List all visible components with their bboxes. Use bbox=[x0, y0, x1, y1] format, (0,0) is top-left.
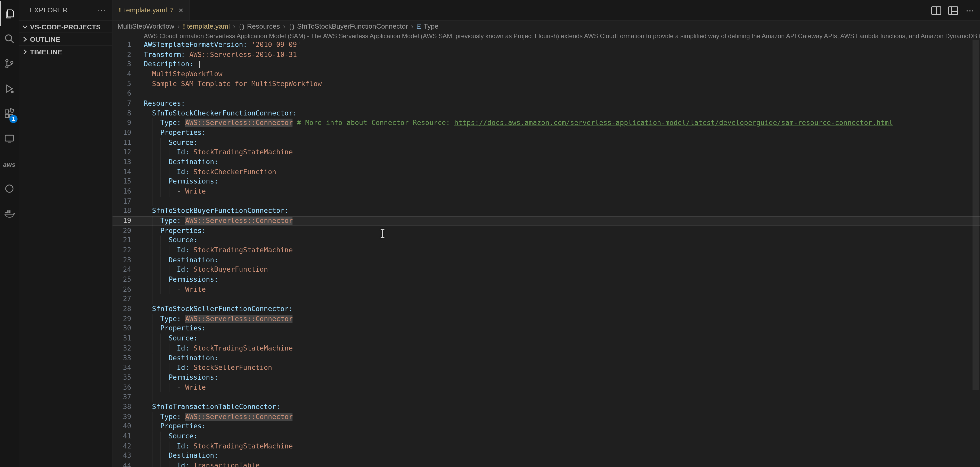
line-number[interactable]: 20 bbox=[113, 226, 131, 236]
line-number[interactable]: 31 bbox=[113, 334, 131, 343]
line-number[interactable]: 18 bbox=[113, 206, 131, 216]
code-line-21[interactable]: 21 Source: bbox=[113, 236, 980, 246]
line-number[interactable]: 5 bbox=[113, 79, 131, 89]
code-line-1[interactable]: 1AWSTemplateFormatVersion: '2010-09-09' bbox=[113, 40, 980, 50]
line-number[interactable]: 39 bbox=[113, 412, 131, 422]
code-line-42[interactable]: 42 Id: StockTradingStateMachine bbox=[113, 441, 980, 451]
line-number[interactable]: 33 bbox=[113, 353, 131, 363]
code-line-36[interactable]: 36 - Write bbox=[113, 383, 980, 392]
line-number[interactable]: 25 bbox=[113, 275, 131, 285]
code-line-23[interactable]: 23 Destination: bbox=[113, 256, 980, 265]
code-line-10[interactable]: 10 Properties: bbox=[113, 128, 980, 138]
code-line-34[interactable]: 34 Id: StockSellerFunction bbox=[113, 363, 980, 373]
code-line-14[interactable]: 14 Id: StockCheckerFunction bbox=[113, 167, 980, 177]
code-line-44[interactable]: 44 Id: TransactionTable bbox=[113, 461, 980, 467]
breadcrumb-item-multistepworkflow[interactable]: MultiStepWorkflow bbox=[118, 22, 174, 30]
code-line-6[interactable]: 6 bbox=[113, 89, 980, 99]
line-number[interactable]: 42 bbox=[113, 441, 131, 451]
code-line-5[interactable]: 5 Sample SAM Template for MultiStepWorkf… bbox=[113, 79, 980, 89]
line-number[interactable]: 36 bbox=[113, 383, 131, 392]
line-number[interactable]: 29 bbox=[113, 314, 131, 324]
code-line-12[interactable]: 12 Id: StockTradingStateMachine bbox=[113, 148, 980, 157]
code-line-24[interactable]: 24 Id: StockBuyerFunction bbox=[113, 265, 980, 275]
code-line-40[interactable]: 40 Properties: bbox=[113, 422, 980, 431]
code-line-22[interactable]: 22 Id: StockTradingStateMachine bbox=[113, 246, 980, 256]
line-number[interactable]: 9 bbox=[113, 118, 131, 128]
code-line-4[interactable]: 4 MultiStepWorkflow bbox=[113, 69, 980, 79]
line-number[interactable]: 6 bbox=[113, 89, 131, 99]
code-line-3[interactable]: 3Description: | bbox=[113, 60, 980, 69]
split-editor-button[interactable] bbox=[930, 4, 942, 16]
code-line-16[interactable]: 16 - Write bbox=[113, 187, 980, 197]
code-line-32[interactable]: 32 Id: StockTradingStateMachine bbox=[113, 343, 980, 353]
line-number[interactable]: 37 bbox=[113, 392, 131, 402]
activity-item-source-control[interactable] bbox=[0, 51, 19, 76]
code-line-7[interactable]: 7Resources: bbox=[113, 99, 980, 108]
activity-item-remote-explorer[interactable] bbox=[0, 126, 19, 151]
code-line-15[interactable]: 15 Permissions: bbox=[113, 177, 980, 187]
line-number[interactable]: 13 bbox=[113, 157, 131, 167]
line-number[interactable]: 3 bbox=[113, 60, 131, 69]
breadcrumb-item-sfntostockbuyerfunctionconnector[interactable]: {}SfnToStockBuyerFunctionConnector bbox=[288, 22, 408, 30]
line-number[interactable]: 27 bbox=[113, 295, 131, 304]
code-line-31[interactable]: 31 Source: bbox=[113, 334, 980, 343]
activity-item-extensions[interactable]: 1 bbox=[0, 101, 19, 126]
code-line-2[interactable]: 2Transform: AWS::Serverless-2016-10-31 bbox=[113, 50, 980, 60]
sidebar-section-vs-code-projects[interactable]: VS-CODE-PROJECTS bbox=[19, 20, 112, 32]
line-number[interactable]: 22 bbox=[113, 246, 131, 256]
code-line-39[interactable]: 39 Type: AWS::Serverless::Connector bbox=[113, 412, 980, 422]
line-number[interactable]: 32 bbox=[113, 343, 131, 353]
code-line-29[interactable]: 29 Type: AWS::Serverless::Connector bbox=[113, 314, 980, 324]
line-number[interactable]: 35 bbox=[113, 373, 131, 383]
line-number[interactable]: 10 bbox=[113, 128, 131, 138]
line-number[interactable]: 14 bbox=[113, 167, 131, 177]
code-line-33[interactable]: 33 Destination: bbox=[113, 353, 980, 363]
code-line-11[interactable]: 11 Source: bbox=[113, 138, 980, 148]
line-number[interactable]: 34 bbox=[113, 363, 131, 373]
line-number[interactable]: 40 bbox=[113, 422, 131, 431]
line-number[interactable]: 15 bbox=[113, 177, 131, 187]
line-number[interactable]: 24 bbox=[113, 265, 131, 275]
line-number[interactable]: 16 bbox=[113, 187, 131, 197]
code-line-19[interactable]: 19 Type: AWS::Serverless::Connector bbox=[113, 216, 980, 226]
activity-item-aws[interactable]: aws bbox=[0, 151, 19, 176]
code-line-26[interactable]: 26 - Write bbox=[113, 285, 980, 295]
line-number[interactable]: 17 bbox=[113, 197, 131, 206]
line-number[interactable]: 28 bbox=[113, 304, 131, 314]
breadcrumb-item-resources[interactable]: {}Resources bbox=[238, 22, 280, 30]
tab-template-yaml[interactable]: ! template.yaml 7 × bbox=[113, 0, 190, 20]
code-line-27[interactable]: 27 bbox=[113, 295, 980, 304]
line-number[interactable]: 44 bbox=[113, 461, 131, 467]
line-number[interactable]: 7 bbox=[113, 99, 131, 108]
line-number[interactable]: 23 bbox=[113, 256, 131, 265]
code-line-8[interactable]: 8 SfnToStockCheckerFunctionConnector: bbox=[113, 108, 980, 118]
activity-item-explorer[interactable] bbox=[0, 1, 19, 26]
code-line-17[interactable]: 17 bbox=[113, 197, 980, 206]
code-line-9[interactable]: 9 Type: AWS::Serverless::Connector # Mor… bbox=[113, 118, 980, 128]
line-number[interactable]: 12 bbox=[113, 148, 131, 157]
line-number[interactable]: 1 bbox=[113, 40, 131, 50]
editor-scrollbar[interactable] bbox=[971, 32, 980, 467]
code-line-20[interactable]: 20 Properties: bbox=[113, 226, 980, 236]
line-number[interactable]: 8 bbox=[113, 108, 131, 118]
line-number[interactable]: 11 bbox=[113, 138, 131, 148]
line-number[interactable]: 2 bbox=[113, 50, 131, 60]
line-number[interactable]: 21 bbox=[113, 236, 131, 246]
activity-item-docker[interactable] bbox=[0, 201, 19, 226]
scrollbar-thumb[interactable] bbox=[972, 40, 979, 390]
code-line-41[interactable]: 41 Source: bbox=[113, 431, 980, 441]
line-number[interactable]: 26 bbox=[113, 285, 131, 295]
line-number[interactable]: 19 bbox=[113, 216, 131, 226]
sidebar-section-outline[interactable]: OUTLINE bbox=[19, 32, 112, 45]
line-number[interactable]: 43 bbox=[113, 451, 131, 461]
breadcrumb-item-template.yaml[interactable]: !template.yaml bbox=[183, 22, 230, 30]
line-number[interactable]: 38 bbox=[113, 402, 131, 412]
close-tab-button[interactable]: × bbox=[178, 5, 183, 15]
more-actions-button[interactable]: ⋯ bbox=[964, 4, 976, 16]
code-line-28[interactable]: 28 SfnToStockSellerFunctionConnector: bbox=[113, 304, 980, 314]
sidebar-section-timeline[interactable]: TIMELINE bbox=[19, 45, 112, 57]
code-line-43[interactable]: 43 Destination: bbox=[113, 451, 980, 461]
code-line-35[interactable]: 35 Permissions: bbox=[113, 373, 980, 383]
activity-item-codewhisperer[interactable] bbox=[0, 176, 19, 201]
comment-link[interactable]: https://docs.aws.amazon.com/serverless-a… bbox=[454, 119, 893, 127]
